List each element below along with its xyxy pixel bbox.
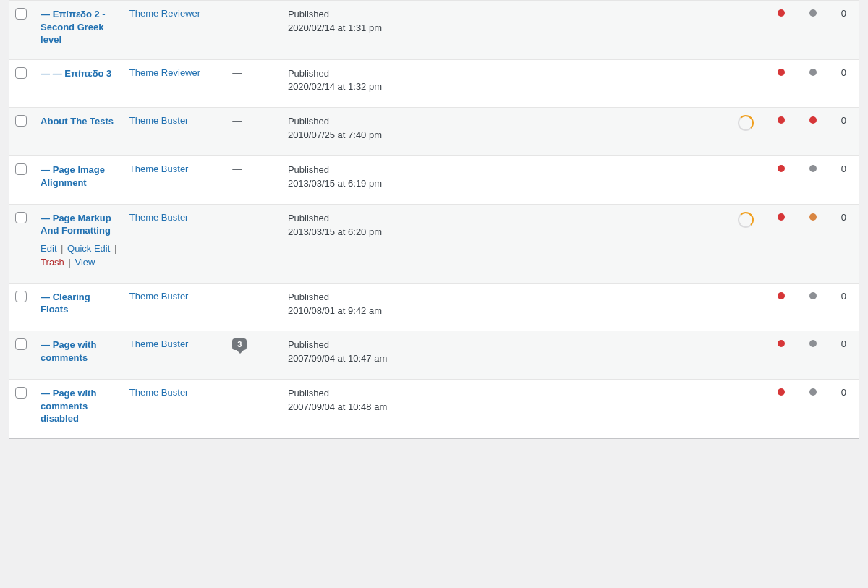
page-title-link[interactable]: — Page Image Alignment [41,163,118,189]
row-actions: Edit | Quick Edit | Trash | View [41,242,118,270]
row-count: 0 [841,67,846,78]
author-link[interactable]: Theme Buster [129,212,189,223]
publish-timestamp: 2010/07/25 at 7:40 pm [288,129,720,142]
status-dot-2 [809,165,817,172]
author-link[interactable]: Theme Buster [129,291,189,302]
status-dot-1 [778,9,785,17]
table-row: — Page with comments disabledTheme Buste… [9,380,859,439]
publish-timestamp: 2007/09/04 at 10:47 am [288,352,720,366]
publish-timestamp: 2013/03/15 at 6:20 pm [288,226,720,239]
publish-status: Published [288,212,720,226]
comments-none: — [232,115,242,126]
publish-timestamp: 2007/09/04 at 10:48 am [288,401,720,414]
author-link[interactable]: Theme Reviewer [129,8,200,19]
table-row: — Επίπεδο 2 - Second Greek levelTheme Re… [9,1,859,60]
publish-status: Published [288,387,720,401]
page-title-link[interactable]: — Page with comments disabled [41,387,118,425]
status-dot-2 [809,116,817,124]
comment-count-bubble[interactable]: 3 [232,338,247,350]
row-select-checkbox[interactable] [15,387,27,399]
row-select-checkbox[interactable] [15,67,27,79]
edit-link[interactable]: Edit [41,243,56,254]
status-dot-2 [809,388,817,396]
loading-spinner-icon [738,115,754,131]
comments-none: — [232,212,242,223]
publish-timestamp: 2010/08/01 at 9:42 am [288,304,720,318]
row-count: 0 [841,291,846,302]
status-dot-2 [809,9,817,17]
page-title-link[interactable]: — Clearing Floats [41,291,118,316]
status-dot-1 [778,292,785,299]
table-row: — Clearing FloatsTheme Buster—Published2… [9,283,859,331]
row-count: 0 [841,8,846,19]
trash-link[interactable]: Trash [41,257,64,268]
status-dot-1 [778,165,785,172]
row-count: 0 [841,387,846,398]
page-title-link[interactable]: — — Επίπεδο 3 [41,67,111,80]
quick-edit-link[interactable]: Quick Edit [67,243,110,254]
table-row: — — Επίπεδο 3Theme Reviewer—Published202… [9,59,859,108]
comments-none: — [232,163,242,174]
status-dot-1 [778,388,785,396]
table-row: — Page Image AlignmentTheme Buster—Publi… [9,156,859,205]
publish-timestamp: 2020/02/14 at 1:32 pm [288,80,720,94]
author-link[interactable]: Theme Reviewer [129,67,200,78]
publish-status: Published [288,291,720,304]
status-dot-2 [809,69,817,76]
view-link[interactable]: View [75,257,95,268]
row-count: 0 [841,115,846,126]
publish-status: Published [288,338,720,352]
status-dot-1 [778,69,785,76]
row-select-checkbox[interactable] [15,212,27,223]
page-title-link[interactable]: — Page with comments [41,338,118,364]
comments-none: — [232,8,242,19]
comments-none: — [232,387,242,398]
page-title-link[interactable]: — Page Markup And Formatting [41,212,118,237]
pages-table: — Επίπεδο 2 - Second Greek levelTheme Re… [9,0,859,439]
publish-timestamp: 2013/03/15 at 6:19 pm [288,177,720,191]
author-link[interactable]: Theme Buster [129,115,189,126]
row-select-checkbox[interactable] [15,115,27,127]
table-row: — Page Markup And FormattingEdit | Quick… [9,204,859,283]
status-dot-1 [778,116,785,124]
row-count: 0 [841,338,846,349]
row-select-checkbox[interactable] [15,8,27,20]
status-dot-2 [809,213,817,221]
row-select-checkbox[interactable] [15,291,27,302]
page-title-link[interactable]: About The Tests [41,115,114,128]
comments-none: — [232,291,242,302]
table-row: About The TestsTheme Buster—Published201… [9,108,859,156]
comments-none: — [232,67,242,78]
status-dot-2 [809,340,817,347]
page-title-link[interactable]: — Επίπεδο 2 - Second Greek level [41,8,118,46]
row-select-checkbox[interactable] [15,163,27,175]
row-count: 0 [841,163,846,174]
publish-status: Published [288,115,720,129]
status-dot-2 [809,292,817,299]
author-link[interactable]: Theme Buster [129,338,189,349]
author-link[interactable]: Theme Buster [129,163,189,174]
publish-status: Published [288,67,720,81]
loading-spinner-icon [738,212,754,228]
publish-timestamp: 2020/02/14 at 1:31 pm [288,22,720,35]
row-count: 0 [841,212,846,223]
table-row: — Page with commentsTheme Buster3Publish… [9,331,859,380]
publish-status: Published [288,8,720,22]
status-dot-1 [778,213,785,221]
status-dot-1 [778,340,785,347]
row-select-checkbox[interactable] [15,338,27,350]
publish-status: Published [288,163,720,177]
author-link[interactable]: Theme Buster [129,387,189,398]
